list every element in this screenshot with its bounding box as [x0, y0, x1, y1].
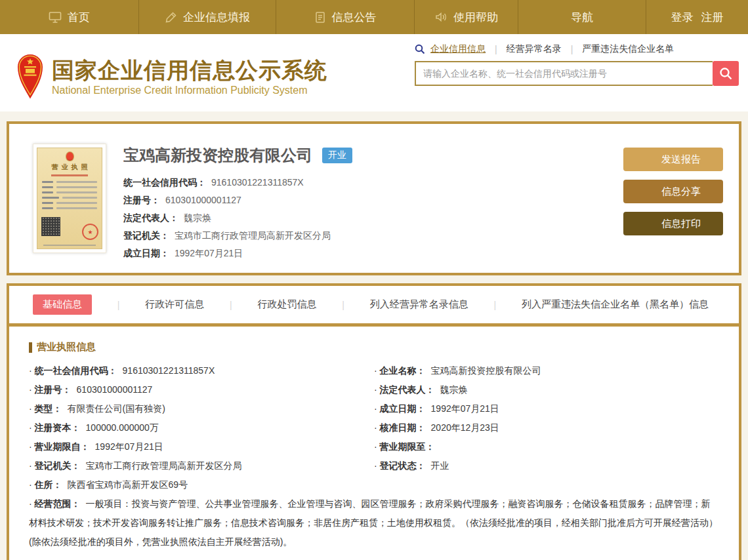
- search-category-tabs: 企业信用信息 | 经营异常名录 | 严重违法失信企业名单: [415, 43, 739, 55]
- tab-separator: |: [495, 44, 497, 54]
- detail-row: 注册资本：100000.000000万: [29, 418, 374, 437]
- field-label: 统一社会信用代码：: [123, 177, 206, 188]
- detail-value: 2020年12月23日: [431, 422, 499, 433]
- login-link[interactable]: 登录: [671, 10, 694, 25]
- field-label: 成立日期：: [123, 248, 169, 258]
- register-link[interactable]: 注册: [701, 10, 724, 25]
- detail-label: 营业期限至：: [380, 441, 435, 452]
- detail-value: 1992年07月21日: [95, 441, 163, 452]
- detail-value: 一般项目：投资与资产管理、公共事业管理服务、企业管理与咨询、园区管理服务；政府采…: [29, 498, 718, 547]
- detail-label: 注册号：: [35, 384, 72, 395]
- field-label: 登记机关：: [123, 230, 169, 241]
- site-subtitle: National Enterprise Credit Information P…: [52, 85, 327, 96]
- nav-item-label: 导航: [571, 10, 593, 25]
- search-area: 企业信用信息 | 经营异常名录 | 严重违法失信企业名单: [415, 42, 739, 111]
- search-icon: [718, 66, 733, 81]
- tab-basic-info[interactable]: 基础信息: [33, 294, 92, 315]
- nav-item-home[interactable]: 首页: [0, 0, 139, 34]
- magnifier-icon-blue: [415, 44, 425, 54]
- detail-value: 1992年07月21日: [431, 403, 499, 414]
- detail-row: 住所：陕西省宝鸡市高新开发区69号: [29, 475, 374, 494]
- detail-row: 成立日期：1992年07月21日: [374, 399, 719, 418]
- license-qr-code: [41, 217, 60, 236]
- detail-value: 宝鸡高新投资控股有限公司: [431, 365, 541, 376]
- field-value: 91610301221311857X: [211, 177, 304, 188]
- search-button[interactable]: [713, 61, 739, 86]
- tab-admin-license[interactable]: 行政许可信息: [145, 298, 204, 311]
- field-value: 宝鸡市工商行政管理局高新开发区分局: [175, 230, 331, 241]
- company-detail-card: 基础信息 | 行政许可信息 | 行政处罚信息 | 列入经营异常名录信息 | 列入…: [7, 283, 741, 560]
- field-label: 法定代表人：: [123, 212, 178, 223]
- top-navigation: 首页 企业信息填报 信息公告 使用帮助 导航 登录 注册: [0, 0, 748, 34]
- speaker-icon: [434, 11, 447, 23]
- field-value: 610301000001127: [165, 195, 241, 205]
- company-summary-card: 营业执照 宝鸡高新投资控股有限公司 开业: [7, 121, 741, 275]
- detail-tabs: 基础信息 | 行政许可信息 | 行政处罚信息 | 列入经营异常名录信息 | 列入…: [9, 286, 739, 323]
- nav-item-navigation[interactable]: 导航: [518, 0, 646, 34]
- detail-row: 营业期限至：: [374, 437, 719, 456]
- detail-value: 有限责任公司(国有独资): [68, 403, 165, 414]
- search-tab-abnormal-directory[interactable]: 经营异常名录: [507, 43, 562, 55]
- detail-label: 统一社会信用代码：: [35, 365, 117, 376]
- summary-field-row: 成立日期：1992年07月21日: [123, 245, 623, 262]
- tab-abnormal-list[interactable]: 列入经营异常名录信息: [370, 298, 468, 311]
- detail-column-right: 企业名称：宝鸡高新投资控股有限公司 法定代表人：魏宗焕 成立日期：1992年07…: [374, 361, 719, 494]
- summary-field-row: 法定代表人：魏宗焕: [123, 209, 623, 227]
- detail-row: 营业期限自：1992年07月21日: [29, 437, 374, 456]
- company-search-input[interactable]: [415, 61, 713, 86]
- nav-item-label: 首页: [68, 10, 90, 25]
- tab-separator: |: [342, 300, 344, 310]
- detail-value: 610301000001127: [77, 384, 153, 395]
- summary-action-buttons: 发送报告 信息分享 信息打印: [623, 144, 723, 262]
- detail-row: 登记机关：宝鸡市工商行政管理局高新开发区分局: [29, 456, 374, 475]
- detail-value: 宝鸡市工商行政管理局高新开发区分局: [86, 460, 242, 471]
- bulletin-icon: [314, 11, 326, 24]
- license-detail-grid: 统一社会信用代码：91610301221311857X 注册号：61030100…: [29, 361, 719, 494]
- print-info-button[interactable]: 信息打印: [623, 212, 723, 235]
- tab-separator: |: [494, 300, 497, 310]
- search-box: [415, 61, 739, 86]
- detail-value: 陕西省宝鸡市高新开发区69号: [68, 479, 188, 490]
- detail-label: 法定代表人：: [380, 384, 435, 395]
- detail-value: 魏宗焕: [440, 384, 468, 395]
- summary-field-row: 统一社会信用代码：91610301221311857X: [123, 174, 623, 191]
- nav-item-announcements[interactable]: 信息公告: [276, 0, 415, 34]
- business-license-thumbnail: 营业执照: [33, 144, 106, 253]
- detail-value: 91610301221311857X: [123, 365, 215, 376]
- page-background: 营业执照 宝鸡高新投资控股有限公司 开业: [0, 111, 748, 560]
- detail-row: 类型：有限责任公司(国有独资): [29, 399, 374, 418]
- detail-label: 类型：: [35, 403, 62, 414]
- pen-icon: [165, 11, 177, 24]
- detail-column-left: 统一社会信用代码：91610301221311857X 注册号：61030100…: [29, 361, 374, 494]
- detail-row: 登记状态：开业: [374, 456, 719, 475]
- status-badge: 开业: [322, 148, 352, 163]
- nav-item-enterprise-report[interactable]: 企业信息填报: [139, 0, 276, 34]
- tab-admin-penalty[interactable]: 行政处罚信息: [257, 298, 316, 311]
- detail-label: 登记机关：: [35, 460, 81, 471]
- search-tab-enterprise-credit[interactable]: 企业信用信息: [430, 43, 486, 55]
- nav-item-label: 信息公告: [332, 10, 377, 25]
- license-emblem-icon: [66, 151, 74, 161]
- license-title: 营业执照: [40, 163, 99, 172]
- tab-blacklist[interactable]: 列入严重违法失信企业名单（黑名单）信息: [522, 298, 709, 311]
- detail-value: 开业: [431, 460, 449, 471]
- nav-item-help[interactable]: 使用帮助: [415, 0, 518, 34]
- site-title: 国家企业信用信息公示系统: [52, 58, 327, 83]
- nav-auth-section: 登录 注册: [646, 0, 748, 34]
- site-titles: 国家企业信用信息公示系统 National Enterprise Credit …: [52, 58, 327, 96]
- field-value: 1992年07月21日: [175, 248, 243, 258]
- company-name: 宝鸡高新投资控股有限公司: [123, 145, 312, 166]
- detail-value: 100000.000000万: [86, 422, 159, 433]
- send-report-button[interactable]: 发送报告: [623, 148, 723, 171]
- license-red-seal: [82, 224, 98, 240]
- detail-row: 核准日期：2020年12月23日: [374, 418, 719, 437]
- share-info-button[interactable]: 信息分享: [623, 180, 723, 203]
- detail-label: 核准日期：: [380, 422, 426, 433]
- detail-label: 登记状态：: [380, 460, 426, 471]
- search-tab-illegal-blacklist[interactable]: 严重违法失信企业名单: [582, 43, 674, 55]
- nav-item-label: 企业信息填报: [183, 10, 250, 25]
- monitor-icon: [49, 11, 62, 24]
- section-title-bar: [29, 342, 32, 353]
- tab-separator: |: [117, 300, 120, 310]
- field-value: 魏宗焕: [184, 212, 211, 223]
